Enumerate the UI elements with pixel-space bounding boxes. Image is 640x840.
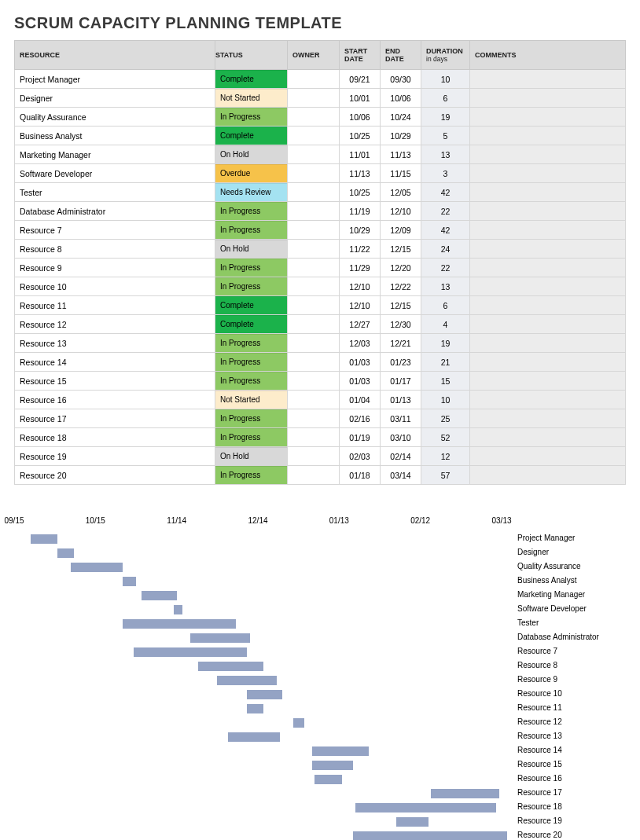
cell-end[interactable]: 12/21 [381,334,421,353]
cell-end[interactable]: 12/05 [381,183,421,202]
cell-start[interactable]: 01/03 [340,372,381,391]
cell-resource[interactable]: Business Analyst [15,127,215,145]
cell-status[interactable]: In Progress [215,277,288,296]
cell-end[interactable]: 01/13 [381,391,421,409]
cell-duration[interactable]: 5 [421,127,470,145]
cell-resource[interactable]: Quality Assurance [15,108,215,127]
cell-owner[interactable] [288,409,340,428]
cell-resource[interactable]: Resource 19 [15,447,215,466]
cell-resource[interactable]: Software Developer [15,164,215,183]
cell-resource[interactable]: Tester [15,183,215,202]
cell-resource[interactable]: Resource 12 [15,315,215,334]
cell-end[interactable]: 10/06 [381,89,421,108]
cell-start[interactable]: 11/22 [340,240,381,259]
cell-comments[interactable] [470,259,626,277]
cell-resource[interactable]: Resource 14 [15,353,215,372]
cell-comments[interactable] [470,296,626,315]
cell-duration[interactable]: 24 [421,240,470,259]
cell-status[interactable]: In Progress [215,334,288,353]
cell-owner[interactable] [288,259,340,277]
cell-end[interactable]: 03/11 [381,409,421,428]
cell-resource[interactable]: Database Administrator [15,202,215,221]
cell-owner[interactable] [288,183,340,202]
cell-duration[interactable]: 19 [421,334,470,353]
cell-status[interactable]: Not Started [215,89,288,108]
cell-duration[interactable]: 15 [421,372,470,391]
cell-end[interactable]: 11/13 [381,145,421,164]
cell-comments[interactable] [470,221,626,240]
cell-owner[interactable] [288,164,340,183]
cell-owner[interactable] [288,70,340,89]
cell-start[interactable]: 12/27 [340,315,381,334]
cell-comments[interactable] [470,334,626,353]
cell-start[interactable]: 02/16 [340,409,381,428]
cell-owner[interactable] [288,353,340,372]
cell-comments[interactable] [470,428,626,447]
cell-duration[interactable]: 22 [421,259,470,277]
cell-status[interactable]: Complete [215,315,288,334]
cell-duration[interactable]: 22 [421,202,470,221]
cell-duration[interactable]: 13 [421,277,470,296]
cell-owner[interactable] [288,145,340,164]
cell-end[interactable]: 01/23 [381,353,421,372]
cell-start[interactable]: 02/03 [340,447,381,466]
cell-status[interactable]: In Progress [215,221,288,240]
cell-status[interactable]: In Progress [215,259,288,277]
cell-status[interactable]: In Progress [215,202,288,221]
cell-duration[interactable]: 42 [421,183,470,202]
cell-comments[interactable] [470,127,626,145]
cell-end[interactable]: 03/14 [381,466,421,485]
cell-status[interactable]: Complete [215,296,288,315]
cell-resource[interactable]: Designer [15,89,215,108]
cell-start[interactable]: 11/01 [340,145,381,164]
cell-owner[interactable] [288,447,340,466]
cell-comments[interactable] [470,70,626,89]
cell-owner[interactable] [288,221,340,240]
cell-resource[interactable]: Marketing Manager [15,145,215,164]
cell-resource[interactable]: Project Manager [15,70,215,89]
cell-start[interactable]: 11/13 [340,164,381,183]
cell-end[interactable]: 12/15 [381,240,421,259]
cell-start[interactable]: 12/10 [340,296,381,315]
cell-resource[interactable]: Resource 11 [15,296,215,315]
cell-owner[interactable] [288,334,340,353]
cell-owner[interactable] [288,240,340,259]
cell-owner[interactable] [288,372,340,391]
cell-comments[interactable] [470,108,626,127]
cell-end[interactable]: 10/24 [381,108,421,127]
cell-status[interactable]: In Progress [215,409,288,428]
cell-end[interactable]: 12/15 [381,296,421,315]
cell-status[interactable]: Needs Review [215,183,288,202]
cell-end[interactable]: 09/30 [381,70,421,89]
cell-owner[interactable] [288,277,340,296]
cell-owner[interactable] [288,202,340,221]
cell-start[interactable]: 01/04 [340,391,381,409]
cell-comments[interactable] [470,466,626,485]
cell-duration[interactable]: 42 [421,221,470,240]
cell-start[interactable]: 10/29 [340,221,381,240]
cell-comments[interactable] [470,164,626,183]
cell-status[interactable]: Not Started [215,391,288,409]
cell-status[interactable]: In Progress [215,353,288,372]
cell-duration[interactable]: 12 [421,447,470,466]
cell-start[interactable]: 01/18 [340,466,381,485]
cell-status[interactable]: In Progress [215,372,288,391]
cell-duration[interactable]: 21 [421,353,470,372]
cell-comments[interactable] [470,277,626,296]
cell-owner[interactable] [288,466,340,485]
cell-resource[interactable]: Resource 7 [15,221,215,240]
cell-comments[interactable] [470,89,626,108]
cell-end[interactable]: 12/30 [381,315,421,334]
cell-resource[interactable]: Resource 18 [15,428,215,447]
cell-comments[interactable] [470,391,626,409]
cell-start[interactable]: 11/19 [340,202,381,221]
cell-status[interactable]: Complete [215,127,288,145]
cell-comments[interactable] [470,202,626,221]
cell-owner[interactable] [288,296,340,315]
cell-resource[interactable]: Resource 16 [15,391,215,409]
cell-end[interactable]: 12/22 [381,277,421,296]
cell-end[interactable]: 11/15 [381,164,421,183]
cell-status[interactable]: In Progress [215,466,288,485]
cell-status[interactable]: Overdue [215,164,288,183]
cell-resource[interactable]: Resource 17 [15,409,215,428]
